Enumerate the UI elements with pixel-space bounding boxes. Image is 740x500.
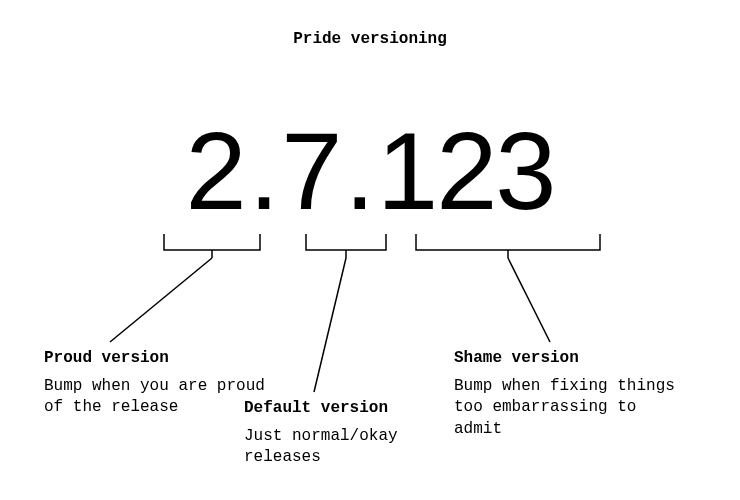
dot-icon: . (249, 109, 278, 232)
version-minor: 7 (281, 109, 340, 232)
caption-proud: Proud version Bump when you are proud of… (44, 348, 274, 419)
version-number: 2.7.123 (0, 116, 740, 226)
caption-default: Default version Just normal/okay release… (244, 398, 474, 469)
caption-text: Bump when fixing things too embarrassing… (454, 377, 675, 438)
caption-heading: Proud version (44, 348, 274, 370)
svg-line-3 (110, 258, 212, 342)
caption-heading: Default version (244, 398, 474, 420)
caption-text: Just normal/okay releases (244, 427, 398, 467)
caption-shame: Shame version Bump when fixing things to… (454, 348, 684, 440)
caption-heading: Shame version (454, 348, 684, 370)
version-major: 2 (185, 109, 244, 232)
version-patch: 123 (377, 109, 555, 232)
svg-line-5 (508, 258, 550, 342)
diagram: Pride versioning 2.7.123 Proud version B… (0, 0, 740, 500)
dot-icon: . (344, 109, 373, 232)
svg-line-4 (314, 258, 346, 392)
caption-text: Bump when you are proud of the release (44, 377, 265, 417)
title: Pride versioning (0, 30, 740, 48)
